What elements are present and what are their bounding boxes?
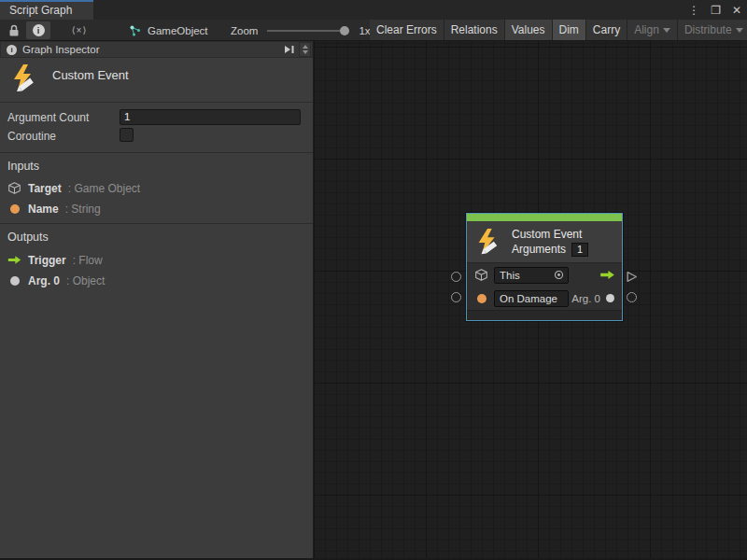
gray-port-dot — [10, 276, 20, 286]
window-controls: ⋮ ❐ ✕ — [688, 0, 741, 20]
zoom-slider-track — [267, 30, 349, 32]
tab-script-graph[interactable]: Script Graph — [0, 0, 93, 20]
gameobject-label: GameObject — [148, 25, 208, 36]
distribute-button[interactable]: Distribute — [678, 20, 747, 40]
target-input-port[interactable] — [451, 272, 461, 282]
flow-arrow-icon — [599, 270, 615, 280]
button-label: Distribute — [684, 23, 732, 36]
window-close-icon[interactable]: ✕ — [732, 5, 741, 16]
inspector-header-tools — [284, 42, 311, 57]
chevron-down-icon — [303, 50, 308, 54]
cube-icon — [474, 268, 488, 282]
divider — [0, 152, 313, 153]
window-maximize-icon[interactable]: ❐ — [711, 5, 721, 16]
target-value: This — [495, 270, 554, 281]
info-icon: i — [7, 45, 17, 55]
button-label: Relations — [451, 23, 498, 36]
port-type: : Flow — [73, 254, 103, 267]
target-picker-icon[interactable] — [554, 270, 564, 280]
custom-event-icon — [474, 228, 502, 256]
port-name: Trigger — [28, 254, 66, 267]
node-row-name: On Damage Arg. 0 — [467, 287, 622, 310]
target-dropdown[interactable]: This — [494, 267, 569, 284]
zoom-slider[interactable] — [267, 25, 349, 36]
node-header[interactable]: Custom Event Arguments 1 — [467, 221, 622, 262]
argument-count-label: Argument Count — [7, 111, 89, 124]
arguments-count-field[interactable]: 1 — [571, 243, 588, 257]
tab-title: Script Graph — [9, 4, 72, 17]
graph-toolbar: i ⟨×⟩ GameObject Zoom 1x Clear — [0, 20, 747, 41]
output-row-trigger: Trigger : Flow — [7, 253, 103, 267]
outputs-section-title: Outputs — [7, 231, 49, 244]
orange-port-dot — [477, 294, 486, 303]
clear-errors-button[interactable]: Clear Errors — [370, 20, 444, 40]
chevron-down-icon — [736, 28, 743, 33]
arg0-output-port[interactable] — [627, 292, 637, 302]
event-name-value: On Damage — [495, 293, 568, 304]
button-label: Values — [512, 23, 545, 36]
argument-count-field[interactable]: 1 — [120, 109, 301, 125]
custom-event-icon — [9, 63, 39, 93]
arg0-label: Arg. 0 — [571, 293, 600, 304]
trigger-output-port[interactable] — [626, 271, 638, 283]
port-name: Arg. 0 — [28, 274, 60, 287]
graph-inspector-header[interactable]: i Graph Inspector — [0, 41, 313, 58]
unit-header: Custom Event — [0, 58, 313, 103]
zoom-control: Zoom 1x — [231, 20, 371, 41]
event-name-field[interactable]: On Damage — [494, 290, 569, 307]
zoom-label: Zoom — [231, 25, 258, 36]
node-footer — [467, 310, 622, 320]
values-button[interactable]: Values — [505, 20, 553, 40]
unit-title: Custom Event — [52, 68, 129, 82]
gameobject-context[interactable]: GameObject — [129, 20, 208, 41]
graph-inspector-panel: i Graph Inspector Custom Event Argument … — [0, 41, 314, 560]
port-name: Name — [28, 203, 59, 216]
port-type: : Object — [66, 274, 105, 287]
align-button[interactable]: Align — [627, 20, 678, 40]
divider — [0, 223, 313, 224]
lock-button[interactable] — [3, 21, 25, 39]
gray-port-dot — [606, 294, 614, 302]
inspector-toggle-button[interactable]: i — [26, 21, 50, 39]
arguments-label: Arguments — [512, 243, 566, 256]
carry-button[interactable]: Carry — [586, 20, 627, 40]
coroutine-checkbox[interactable] — [120, 128, 134, 142]
port-type: : Game Object — [68, 182, 140, 195]
lock-icon — [8, 24, 20, 37]
code-view-button[interactable]: ⟨×⟩ — [63, 21, 95, 39]
window-menu-icon[interactable]: ⋮ — [688, 5, 699, 16]
button-label: Clear Errors — [376, 23, 437, 36]
tab-bar: Script Graph ⋮ ❐ ✕ — [0, 0, 747, 20]
custom-event-node[interactable]: Custom Event Arguments 1 — [466, 213, 623, 321]
input-row-target: Target : Game Object — [7, 181, 140, 195]
dock-icon[interactable] — [284, 45, 295, 54]
name-input-port[interactable] — [451, 292, 461, 302]
flow-arrow-icon — [7, 253, 21, 267]
dim-button[interactable]: Dim — [553, 20, 586, 40]
relations-button[interactable]: Relations — [444, 20, 505, 40]
zoom-value: 1x — [359, 25, 370, 36]
toolbar-buttons: Clear Errors Relations Values Dim Carry … — [370, 20, 747, 40]
graph-icon — [129, 24, 142, 37]
graph-inspector-title: Graph Inspector — [22, 44, 99, 55]
coroutine-label: Coroutine — [7, 130, 56, 143]
info-icon: i — [33, 24, 45, 36]
orange-port-dot — [10, 204, 20, 214]
chevron-down-icon — [663, 28, 670, 33]
node-body: This On Damage — [467, 262, 622, 310]
graph-canvas[interactable]: Custom Event Arguments 1 — [314, 41, 747, 560]
node-event-color-strip — [467, 214, 622, 221]
node-row-target: This — [467, 263, 622, 287]
unity-script-graph-window: Script Graph ⋮ ❐ ✕ i ⟨×⟩ — [0, 0, 747, 560]
node-title: Custom Event — [512, 228, 588, 241]
zoom-slider-handle[interactable] — [340, 26, 349, 35]
button-label: Dim — [559, 23, 579, 36]
code-icon: ⟨×⟩ — [72, 25, 88, 35]
cube-icon — [7, 181, 21, 195]
inputs-section-title: Inputs — [7, 160, 39, 173]
output-row-arg0: Arg. 0 : Object — [7, 274, 105, 287]
scroll-spinner[interactable] — [299, 42, 311, 57]
input-row-name: Name : String — [7, 203, 101, 216]
port-name: Target — [28, 182, 62, 195]
button-label: Carry — [593, 23, 620, 36]
